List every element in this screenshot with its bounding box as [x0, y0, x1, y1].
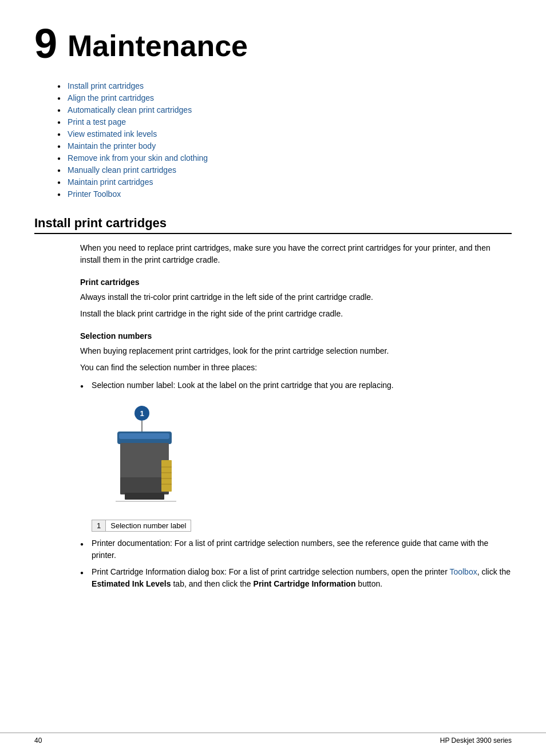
toc-link-toolbox[interactable]: Printer Toolbox — [68, 189, 121, 199]
printer-doc-text: Printer documentation: For a list of pri… — [92, 537, 512, 561]
toolbox-link[interactable]: Toolbox — [449, 567, 477, 576]
dialog-box-text: Print Cartridge Information dialog box: … — [92, 566, 512, 590]
page-header: 9 Maintenance — [34, 23, 512, 64]
svg-rect-7 — [161, 460, 172, 492]
caption-label: Selection number label — [106, 520, 191, 532]
svg-rect-4 — [119, 433, 169, 439]
selection-label-text: Selection number label: Look at the labe… — [92, 379, 394, 391]
toc-link-remove-ink[interactable]: Remove ink from your skin and clothing — [68, 153, 208, 163]
footer-page-number: 40 — [34, 737, 42, 745]
subsection-para-3: You can find the selection number in thr… — [80, 362, 512, 374]
section-content: When you need to replace print cartridge… — [80, 242, 512, 590]
toc-link-ink-levels[interactable]: View estimated ink levels — [68, 129, 157, 138]
subsection-para-2: When buying replacement print cartridges… — [80, 345, 512, 357]
toc-link-test-page[interactable]: Print a test page — [68, 117, 126, 126]
subsection-title-print-cartridges: Print cartridges — [80, 278, 512, 287]
subsection-para-0: Always install the tri-color print cartr… — [80, 291, 512, 303]
chapter-number: 9 — [34, 23, 57, 64]
list-item: Manually clean print cartridges — [57, 165, 512, 175]
list-item: Printer documentation: For a list of pri… — [80, 537, 512, 561]
page-footer: 40 HP Deskjet 3900 series — [0, 733, 546, 745]
subsection-para-1: Install the black print cartridge in the… — [80, 308, 512, 320]
image-caption-table: 1 Selection number label — [92, 520, 191, 532]
list-item: Automatically clean print cartridges — [57, 105, 512, 114]
list-item: Printer Toolbox — [57, 189, 512, 199]
svg-rect-12 — [125, 493, 164, 500]
toc-link-auto-clean[interactable]: Automatically clean print cartridges — [68, 105, 192, 114]
list-item: Selection number label: Look at the labe… — [80, 379, 512, 391]
toc-link-maintain[interactable]: Maintain print cartridges — [68, 177, 153, 187]
toc-link-align[interactable]: Align the print cartridges — [68, 93, 154, 102]
toc-link-install[interactable]: Install print cartridges — [68, 81, 144, 90]
toc-list: Install print cartridges Align the print… — [57, 81, 512, 199]
cartridge-image-container: 1 — [92, 403, 512, 532]
toc-link-manual-clean[interactable]: Manually clean print cartridges — [68, 165, 176, 175]
list-item: Maintain the printer body — [57, 141, 512, 151]
list-item: Install print cartridges — [57, 81, 512, 90]
selection-list-continued: Printer documentation: For a list of pri… — [80, 537, 512, 590]
selection-list: Selection number label: Look at the labe… — [80, 379, 512, 391]
list-item: Maintain print cartridges — [57, 177, 512, 187]
toc-link-body[interactable]: Maintain the printer body — [68, 141, 156, 151]
list-item: Remove ink from your skin and clothing — [57, 153, 512, 163]
subsection-title-selection: Selection numbers — [80, 331, 512, 341]
section-heading: Install print cartridges — [34, 216, 512, 234]
svg-text:1: 1 — [140, 409, 144, 418]
list-item: Print a test page — [57, 117, 512, 126]
cartridge-image: 1 — [92, 403, 195, 517]
list-item: Align the print cartridges — [57, 93, 512, 102]
footer-product-name: HP Deskjet 3900 series — [440, 737, 512, 745]
install-section: Install print cartridges When you need t… — [34, 216, 512, 590]
caption-number: 1 — [92, 520, 106, 532]
list-item: View estimated ink levels — [57, 129, 512, 138]
section-intro: When you need to replace print cartridge… — [80, 242, 512, 266]
chapter-title: Maintenance — [68, 23, 248, 62]
list-item: Print Cartridge Information dialog box: … — [80, 566, 512, 590]
